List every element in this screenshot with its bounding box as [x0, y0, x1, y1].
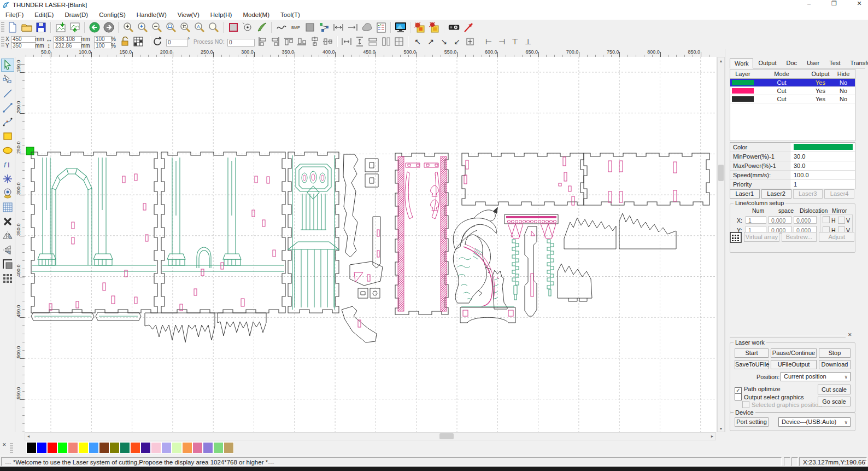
layer-output[interactable]: Yes: [808, 79, 833, 86]
attach-right-icon[interactable]: ⊣: [495, 36, 508, 48]
attach-top-icon[interactable]: ⊤: [508, 36, 521, 48]
y-position-input[interactable]: 350: [11, 43, 36, 49]
x-position-input[interactable]: 450: [11, 36, 36, 43]
lock-ratio-icon[interactable]: [119, 36, 131, 49]
maxpower-value[interactable]: 30.0: [790, 161, 855, 170]
height-input[interactable]: 232.86: [54, 43, 82, 49]
design-canvas[interactable]: [25, 57, 716, 432]
preview-monitor-icon[interactable]: [394, 21, 407, 34]
grid-table-icon[interactable]: [132, 36, 144, 49]
scroll-right-icon[interactable]: ►: [709, 433, 715, 439]
palette-color[interactable]: [172, 442, 182, 453]
width-input[interactable]: 838.108: [54, 36, 82, 43]
port-setting-button[interactable]: Port setting: [735, 417, 769, 427]
menu-item[interactable]: Handle(W): [131, 11, 172, 18]
horizontal-scrollbar[interactable]: ◄ ►: [25, 432, 716, 440]
align-right-icon[interactable]: [269, 36, 282, 48]
polyline-tool[interactable]: [1, 101, 14, 114]
layer-color-swatch[interactable]: [732, 96, 754, 102]
menu-item[interactable]: Draw(D): [59, 11, 93, 18]
node-tool-icon[interactable]: [318, 21, 331, 34]
pick-rect-icon[interactable]: [227, 21, 240, 34]
palette-color[interactable]: [224, 442, 234, 453]
tab-user[interactable]: User: [802, 58, 824, 67]
zoom-in-icon[interactable]: [122, 21, 135, 34]
x-space-input[interactable]: 0.000: [769, 216, 791, 224]
bezier-tool[interactable]: [1, 115, 14, 129]
go-scale-button[interactable]: Go scale: [818, 397, 851, 406]
array-grid-icon[interactable]: [730, 232, 742, 244]
delete-tool[interactable]: [1, 215, 14, 228]
space-equal-v-icon[interactable]: [353, 36, 366, 48]
vertical-scrollbar[interactable]: ▲ ▼: [717, 57, 725, 432]
same-width-icon[interactable]: [366, 36, 379, 48]
stop-button[interactable]: Stop: [819, 348, 851, 358]
angle-input[interactable]: 0: [166, 39, 188, 46]
layer-row-green[interactable]: Cut Yes No: [730, 79, 855, 87]
layer-row-magenta[interactable]: Cut Yes No: [730, 87, 855, 95]
menu-item[interactable]: Edit(E): [29, 11, 59, 18]
mirror-horizontal-tool[interactable]: [1, 229, 14, 242]
move-top-left-icon[interactable]: ↖: [411, 36, 424, 48]
vertical-scroll-thumb[interactable]: [718, 165, 724, 181]
vertical-ruler[interactable]: 150.0200.0250.0300.0350.0400.0450.0500.0…: [15, 57, 25, 432]
zoom-all-icon[interactable]: [179, 21, 192, 34]
zoom-select-icon[interactable]: A: [193, 21, 206, 34]
layer-output[interactable]: Yes: [808, 87, 833, 95]
tab-doc[interactable]: Doc: [782, 58, 802, 67]
zoom-icon[interactable]: [207, 21, 220, 34]
node-edit-tool[interactable]: [1, 73, 14, 86]
ufile-output-button[interactable]: UFileOutput: [771, 360, 817, 369]
layer-hide[interactable]: No: [833, 87, 854, 95]
tab-test[interactable]: Test: [824, 58, 845, 67]
save-icon[interactable]: [34, 21, 48, 34]
pick-point-icon[interactable]: [241, 21, 254, 34]
menu-item[interactable]: File(F): [0, 11, 29, 18]
process-no-input[interactable]: 0: [227, 39, 255, 46]
toolbar-grip[interactable]: [1, 22, 4, 33]
horizontal-ruler[interactable]: 50.0100.0150.0200.0250.0300.0350.0400.04…: [25, 49, 716, 57]
menu-item[interactable]: Tool(T): [275, 11, 306, 18]
palette-color[interactable]: [182, 442, 192, 453]
x-num-input[interactable]: 1: [746, 216, 766, 224]
layer-mode[interactable]: Cut: [755, 87, 808, 95]
palette-color[interactable]: [68, 442, 78, 453]
layer-hide[interactable]: No: [833, 95, 854, 103]
space-equal-h-icon[interactable]: [340, 36, 353, 48]
zoom-out-icon[interactable]: [150, 21, 163, 34]
laser2-button[interactable]: Laser2: [761, 189, 791, 199]
export-icon[interactable]: [68, 21, 81, 34]
minpower-value[interactable]: 30.0: [790, 152, 855, 161]
move-top-right-icon[interactable]: ↗: [424, 36, 437, 48]
download-button[interactable]: Download: [819, 360, 851, 369]
speed-value[interactable]: 100.0: [790, 171, 855, 179]
menu-item[interactable]: View(V): [172, 11, 205, 18]
import-icon[interactable]: [54, 21, 67, 34]
palette-color[interactable]: [120, 442, 130, 453]
palette-color[interactable]: [99, 442, 109, 453]
align-left-icon[interactable]: [256, 36, 269, 48]
position-dropdown[interactable]: Current position∨: [781, 372, 851, 381]
measure-edge-icon[interactable]: [346, 21, 359, 34]
camera-device-icon[interactable]: [448, 21, 461, 34]
attach-bottom-icon[interactable]: ⊥: [521, 36, 535, 48]
tab-transform[interactable]: Transform: [845, 58, 868, 67]
same-height-icon[interactable]: [379, 36, 392, 48]
align-bottom-icon[interactable]: [295, 36, 308, 48]
palette-color[interactable]: [109, 442, 120, 453]
col-layer[interactable]: Layer: [730, 69, 755, 78]
curve-tool-icon[interactable]: [275, 21, 288, 34]
menu-item[interactable]: Config(S): [93, 11, 131, 18]
handle-icon[interactable]: [360, 21, 373, 34]
layer-row-black[interactable]: Cut Yes No: [730, 95, 855, 103]
undo-icon[interactable]: [88, 21, 101, 34]
menu-item[interactable]: Model(M): [237, 11, 275, 18]
zoom-point-icon[interactable]: [136, 21, 149, 34]
layer-mode[interactable]: Cut: [755, 95, 808, 103]
move-bottom-left-icon[interactable]: ↙: [450, 36, 464, 48]
palette-color[interactable]: [89, 442, 99, 453]
select-tool[interactable]: [1, 59, 14, 72]
mirror-xv-checkbox[interactable]: [838, 217, 845, 224]
device-dropdown[interactable]: Device---(USB:Auto)∨: [778, 417, 851, 427]
priority-value[interactable]: 1: [790, 180, 855, 189]
